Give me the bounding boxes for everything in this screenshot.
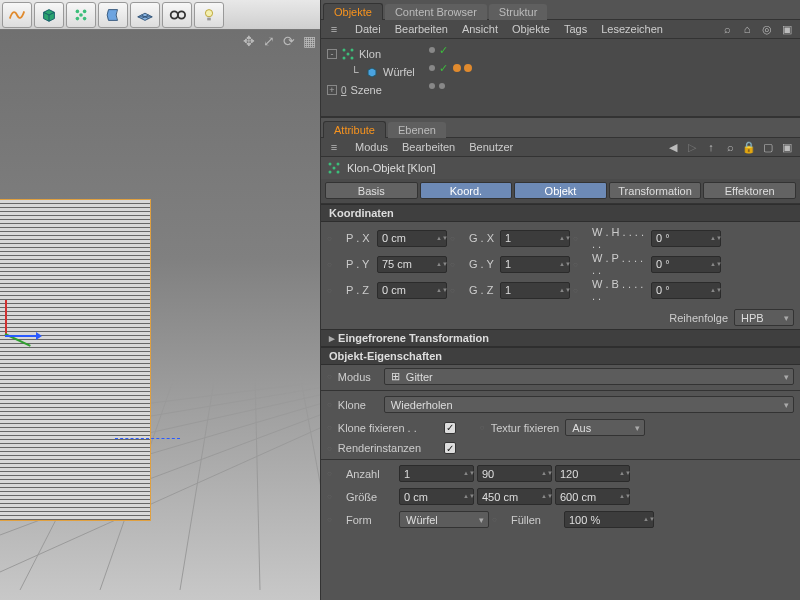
new-window-icon[interactable]: ▢	[761, 140, 775, 154]
toolbar-deformer-icon[interactable]	[98, 2, 128, 28]
menu-benutzer[interactable]: Benutzer	[469, 141, 513, 153]
nav-fwd-icon[interactable]: ▷	[685, 140, 699, 154]
field-gx[interactable]: 1▲▼	[500, 230, 570, 247]
expander-icon[interactable]: +	[327, 85, 337, 95]
dropdown-klone[interactable]: Wiederholen	[384, 396, 794, 413]
field-wh[interactable]: 0 °▲▼	[651, 230, 721, 247]
search-icon[interactable]: ⌕	[723, 140, 737, 154]
svg-point-26	[333, 167, 336, 170]
enable-check-icon[interactable]: ✓	[439, 65, 448, 71]
cloner-mesh[interactable]	[0, 200, 150, 520]
dock-icon[interactable]: ▣	[780, 22, 794, 36]
tab-ebenen[interactable]: Ebenen	[388, 122, 446, 138]
cube-icon	[365, 65, 379, 79]
mode-tab-basis[interactable]: Basis	[325, 182, 418, 199]
tree-label[interactable]: Würfel	[383, 66, 415, 78]
visibility-dot[interactable]	[429, 47, 435, 53]
tab-attribute[interactable]: Attribute	[323, 121, 386, 138]
field-pz[interactable]: 0 cm▲▼	[377, 282, 447, 299]
field-wb[interactable]: 0 °▲▼	[651, 282, 721, 299]
menu-lesezeichen[interactable]: Lesezeichen	[601, 23, 663, 35]
svg-point-23	[351, 57, 354, 60]
toolbar-cube-icon[interactable]	[34, 2, 64, 28]
svg-point-27	[329, 171, 332, 174]
field-wp[interactable]: 0 °▲▼	[651, 256, 721, 273]
dropdown-reihenfolge[interactable]: HPB	[734, 309, 794, 326]
attribute-body[interactable]: Koordinaten ○P . X0 cm▲▼ ○G . X1▲▼ ○W . …	[321, 204, 800, 600]
tree-label[interactable]: Szene	[351, 84, 382, 96]
enable-check-icon[interactable]: ✓	[439, 47, 448, 53]
menu-tags[interactable]: Tags	[564, 23, 587, 35]
tag-icon[interactable]	[453, 64, 461, 72]
menu-objekte[interactable]: Objekte	[512, 23, 550, 35]
mode-tab-objekt[interactable]: Objekt	[514, 182, 607, 199]
field-groesse-y[interactable]: 450 cm▲▼	[477, 488, 552, 505]
tree-row-wuerfel[interactable]: └ Würfel	[327, 63, 794, 81]
lock-icon[interactable]: 🔒	[742, 140, 756, 154]
label-fuellen: Füllen	[511, 514, 561, 526]
cloner-icon	[327, 161, 341, 175]
eye-icon[interactable]: ◎	[760, 22, 774, 36]
mode-tab-transformation[interactable]: Transformation	[609, 182, 702, 199]
tab-content-browser[interactable]: Content Browser	[385, 4, 487, 20]
visibility-dot[interactable]	[429, 83, 435, 89]
field-anzahl-z[interactable]: 120▲▼	[555, 465, 630, 482]
dropdown-modus[interactable]: ⊞Gitter	[384, 368, 794, 385]
toolbar-floor-icon[interactable]	[130, 2, 160, 28]
primitive-toolbar	[0, 0, 320, 30]
menu-bearbeiten[interactable]: Bearbeiten	[395, 23, 448, 35]
field-fuellen[interactable]: 100 %▲▼	[564, 511, 654, 528]
dropdown-form[interactable]: Würfel	[399, 511, 489, 528]
objects-tabbar: Objekte Content Browser Struktur	[321, 0, 800, 19]
label-klone-fixieren: Klone fixieren . .	[338, 422, 417, 434]
toolbar-camera-icon[interactable]	[162, 2, 192, 28]
field-groesse-x[interactable]: 0 cm▲▼	[399, 488, 474, 505]
nav-up-icon[interactable]: ↑	[704, 140, 718, 154]
menu-datei[interactable]: Datei	[355, 23, 381, 35]
label-wb: W . B . . . . . .	[592, 278, 648, 302]
field-anzahl-y[interactable]: 90▲▼	[477, 465, 552, 482]
visibility-dot[interactable]	[439, 83, 445, 89]
viewport-3d[interactable]: ✥ ⤢ ⟳ ▦	[0, 30, 320, 600]
field-py[interactable]: 75 cm▲▼	[377, 256, 447, 273]
checkbox-klone-fixieren[interactable]: ✓	[444, 422, 456, 434]
axis-y	[5, 300, 7, 335]
toolbar-array-icon[interactable]	[66, 2, 96, 28]
search-icon[interactable]: ⌕	[720, 22, 734, 36]
label-wh: W . H . . . . . .	[592, 226, 648, 250]
mode-tab-effektoren[interactable]: Effektoren	[703, 182, 796, 199]
section-frozen[interactable]: Eingefrorene Transformation	[321, 329, 800, 347]
home-icon[interactable]: ⌂	[740, 22, 754, 36]
svg-point-5	[171, 11, 178, 18]
dropdown-textur-fixieren[interactable]: Aus	[565, 419, 645, 436]
panel-menu-icon[interactable]: ≡	[327, 22, 341, 36]
object-tree[interactable]: - Klon └ Würfel + 0 Szene ✓ ✓	[321, 39, 800, 117]
tree-row-szene[interactable]: + 0 Szene	[327, 81, 794, 99]
mode-tab-koord[interactable]: Koord.	[420, 182, 513, 199]
field-groesse-z[interactable]: 600 cm▲▼	[555, 488, 630, 505]
toolbar-light-icon[interactable]	[194, 2, 224, 28]
panel-menu-icon[interactable]: ≡	[327, 140, 341, 154]
attribute-menubar: ≡ Modus Bearbeiten Benutzer ◀ ▷ ↑ ⌕ 🔒 ▢ …	[321, 137, 800, 157]
tab-objekte[interactable]: Objekte	[323, 3, 383, 20]
expander-icon[interactable]: -	[327, 49, 337, 59]
nav-back-icon[interactable]: ◀	[666, 140, 680, 154]
visibility-dot[interactable]	[429, 65, 435, 71]
menu-ansicht[interactable]: Ansicht	[462, 23, 498, 35]
svg-point-28	[337, 171, 340, 174]
toolbar-spline-icon[interactable]	[2, 2, 32, 28]
menu-bearbeiten[interactable]: Bearbeiten	[402, 141, 455, 153]
tree-row-klon[interactable]: - Klon	[327, 45, 794, 63]
field-anzahl-x[interactable]: 1▲▼	[399, 465, 474, 482]
tree-label[interactable]: Klon	[359, 48, 381, 60]
field-gy[interactable]: 1▲▼	[500, 256, 570, 273]
menu-modus[interactable]: Modus	[355, 141, 388, 153]
checkbox-renderinstanzen[interactable]: ✓	[444, 442, 456, 454]
attribute-header: Attribute Ebenen ≡ Modus Bearbeiten Benu…	[321, 117, 800, 204]
tab-struktur[interactable]: Struktur	[489, 4, 548, 20]
tag-icon[interactable]	[464, 64, 472, 72]
dock-icon[interactable]: ▣	[780, 140, 794, 154]
field-gz[interactable]: 1▲▼	[500, 282, 570, 299]
cloner-icon	[341, 47, 355, 61]
field-px[interactable]: 0 cm▲▼	[377, 230, 447, 247]
